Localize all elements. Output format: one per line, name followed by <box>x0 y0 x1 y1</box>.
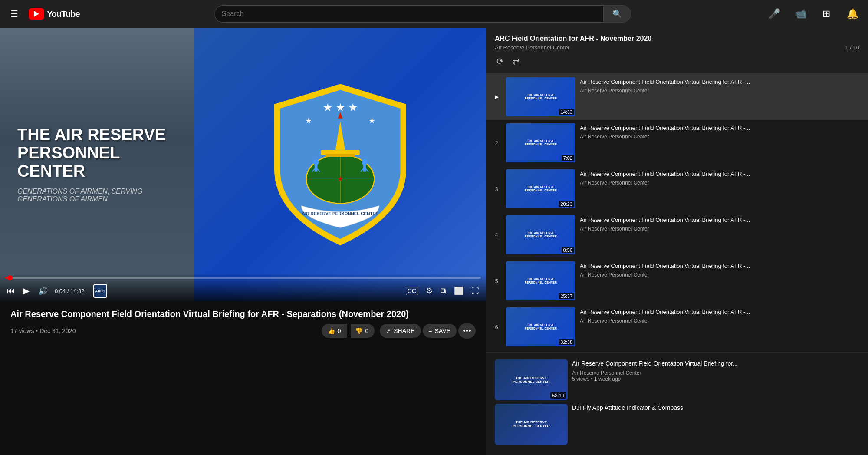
related-item[interactable]: THE AIR RESERVEPERSONNEL CENTER 58:19 Ai… <box>495 359 859 400</box>
svg-text:AIR RESERVE PERSONNEL CENTER: AIR RESERVE PERSONNEL CENTER <box>302 211 379 216</box>
video-title: Air Reserve Component Field Orientation … <box>10 308 476 320</box>
item-thumbnail-bg: THE AIR RESERVEPERSONNEL CENTER 8:56 <box>506 215 575 254</box>
item-duration: 32:38 <box>559 339 574 345</box>
item-channel: Air Reserve Personnel Center <box>580 180 863 186</box>
item-title: Air Reserve Component Field Orientation … <box>580 78 863 86</box>
related-info: DJI Fly App Attitude Indicator & Compass <box>572 404 859 445</box>
search-input[interactable] <box>214 5 603 23</box>
more-actions-button[interactable]: ••• <box>458 323 476 339</box>
item-channel: Air Reserve Personnel Center <box>580 318 863 324</box>
item-duration: 20:23 <box>559 201 574 207</box>
hamburger-icon: ☰ <box>10 9 18 19</box>
item-thumb-text: THE AIR RESERVEPERSONNEL CENTER <box>523 138 559 148</box>
play-pause-button[interactable]: ▶ <box>22 284 31 297</box>
playlist-item[interactable]: 4 THE AIR RESERVEPERSONNEL CENTER 8:56 A… <box>486 212 868 258</box>
share-button[interactable]: ↗ SHARE <box>380 324 421 338</box>
video-player[interactable]: THE AIR RESERVEPERSONNEL CENTER GENERATI… <box>0 28 486 301</box>
camera-icon: 📹 <box>795 8 806 20</box>
playlist-header: ARC Field Orientation for AFR - November… <box>486 28 868 74</box>
item-number: 4 <box>491 215 502 254</box>
progress-bar[interactable] <box>5 277 481 279</box>
related-thumbnail: THE AIR RESERVEPERSONNEL CENTER 58:19 <box>495 359 568 400</box>
item-thumbnail: THE AIR RESERVEPERSONNEL CENTER 14:33 <box>506 77 575 116</box>
playing-indicator: ▶ <box>495 94 499 100</box>
related-item[interactable]: THE AIR RESERVEPERSONNEL CENTER DJI Fly … <box>495 404 859 445</box>
shuffle-button[interactable]: ⇄ <box>511 54 522 68</box>
svg-rect-20 <box>326 154 355 157</box>
youtube-logo[interactable]: YouTube <box>29 8 80 20</box>
main-layout: THE AIR RESERVEPERSONNEL CENTER GENERATI… <box>0 28 868 455</box>
playlist-item[interactable]: 2 THE AIR RESERVEPERSONNEL CENTER 7:02 A… <box>486 120 868 166</box>
share-label: SHARE <box>394 327 414 334</box>
channel-logo-small: ARPC <box>93 284 107 298</box>
hamburger-menu[interactable]: ☰ <box>7 5 22 23</box>
settings-icon: ⚙ <box>426 286 433 296</box>
controls-row: ⏮ ▶ 🔊 0:04 / 14:32 ARP <box>5 282 481 300</box>
save-icon: = <box>429 327 432 334</box>
item-thumbnail-bg: THE AIR RESERVEPERSONNEL CENTER 32:38 <box>506 307 575 346</box>
captions-icon: CC <box>406 287 418 295</box>
captions-button[interactable]: CC <box>404 285 420 297</box>
item-thumbnail: THE AIR RESERVEPERSONNEL CENTER 7:02 <box>506 123 575 162</box>
bell-icon: 🔔 <box>847 8 858 20</box>
item-thumb-text: THE AIR RESERVEPERSONNEL CENTER <box>523 322 559 333</box>
playlist-item[interactable]: 3 THE AIR RESERVEPERSONNEL CENTER 20:23 … <box>486 166 868 212</box>
save-label: SAVE <box>435 327 450 334</box>
miniplayer-icon: ⧉ <box>441 287 446 296</box>
video-section: THE AIR RESERVEPERSONNEL CENTER GENERATI… <box>0 28 486 455</box>
search-button[interactable]: 🔍 <box>603 5 631 23</box>
youtube-wordmark: YouTube <box>47 9 80 19</box>
top-navigation: ☰ YouTube 🔍 🎤 📹 ⊞ 🔔 <box>0 0 868 28</box>
dislike-count: 0 <box>365 327 368 334</box>
bell-button[interactable]: 🔔 <box>844 5 861 23</box>
item-number: 6 <box>491 307 502 346</box>
grid-button[interactable]: ⊞ <box>818 5 835 23</box>
save-button[interactable]: = SAVE <box>423 324 457 338</box>
item-number: 3 <box>491 169 502 208</box>
video-right-panel: ★ ★ ★ ★ ★ <box>194 28 486 301</box>
video-left-panel: THE AIR RESERVEPERSONNEL CENTER GENERATI… <box>0 28 194 301</box>
theater-icon: ⬜ <box>454 286 464 296</box>
video-meta-row: 17 views • Dec 31, 2020 👍 0 👎 0 ↗ SHARE <box>10 323 476 339</box>
playlist-item[interactable]: 6 THE AIR RESERVEPERSONNEL CENTER 32:38 … <box>486 304 868 350</box>
thumbup-icon: 👍 <box>328 327 335 334</box>
camera-button[interactable]: 📹 <box>792 5 809 23</box>
settings-button[interactable]: ⚙ <box>424 284 434 297</box>
fullscreen-button[interactable]: ⛶ <box>470 285 481 297</box>
search-box: 🔍 <box>214 5 631 23</box>
related-info: Air Reserve Component Field Orientation … <box>572 359 859 400</box>
playlist-item[interactable]: 5 THE AIR RESERVEPERSONNEL CENTER 25:37 … <box>486 258 868 304</box>
item-channel: Air Reserve Personnel Center <box>580 226 863 232</box>
volume-button[interactable]: 🔊 <box>36 284 49 297</box>
item-number: 2 <box>491 123 502 162</box>
more-icon: ••• <box>463 326 471 336</box>
skip-back-button[interactable]: ⏮ <box>5 285 16 297</box>
time-display: 0:04 / 14:32 <box>55 288 85 294</box>
playlist-title: ARC Field Orientation for AFR - November… <box>495 35 859 43</box>
item-info: Air Reserve Component Field Orientation … <box>580 123 863 162</box>
item-title: Air Reserve Component Field Orientation … <box>580 124 863 132</box>
item-title: Air Reserve Component Field Orientation … <box>580 216 863 224</box>
video-frame: THE AIR RESERVEPERSONNEL CENTER GENERATI… <box>0 28 486 301</box>
like-dislike-separator <box>349 326 349 336</box>
playlist-item[interactable]: ▶ THE AIR RESERVEPERSONNEL CENTER 14:33 … <box>486 74 868 120</box>
item-thumb-text: THE AIR RESERVEPERSONNEL CENTER <box>523 92 559 102</box>
miniplayer-button[interactable]: ⧉ <box>439 285 448 297</box>
like-button[interactable]: 👍 0 <box>322 324 347 338</box>
theater-button[interactable]: ⬜ <box>452 284 465 297</box>
item-channel: Air Reserve Personnel Center <box>580 272 863 278</box>
svg-text:★: ★ <box>337 175 344 183</box>
related-title: DJI Fly App Attitude Indicator & Compass <box>572 404 859 412</box>
related-section: THE AIR RESERVEPERSONNEL CENTER 58:19 Ai… <box>486 352 868 455</box>
loop-button[interactable]: ⟳ <box>495 54 506 68</box>
shield-svg: ★ ★ ★ ★ ★ <box>266 82 414 247</box>
like-count: 0 <box>338 327 341 334</box>
item-channel: Air Reserve Personnel Center <box>580 88 863 94</box>
mic-button[interactable]: 🎤 <box>766 5 783 23</box>
svg-text:★ ★ ★: ★ ★ ★ <box>323 102 358 113</box>
item-duration: 8:56 <box>562 247 574 253</box>
channel-logo-text: ARPC <box>95 289 105 293</box>
dislike-button[interactable]: 👎 0 <box>351 324 375 338</box>
item-thumbnail-bg: THE AIR RESERVEPERSONNEL CENTER 20:23 <box>506 169 575 208</box>
search-area: 🔍 <box>87 5 759 23</box>
